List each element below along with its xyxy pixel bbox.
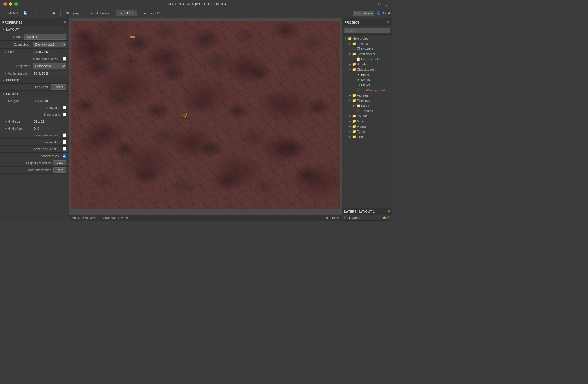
properties-panel: PROPERTIES ✕ ▼ LAYOUT Name Event sheet E…: [0, 18, 69, 221]
folder-icon: 📁: [352, 135, 356, 139]
editor-arrow-icon: ▼: [2, 92, 5, 95]
svg-point-6: [183, 115, 185, 117]
tree-item-timelines[interactable]: ▼ 📁 Timelines: [342, 98, 392, 103]
effects-button[interactable]: Effects: [51, 84, 66, 90]
player-sprite: [178, 109, 190, 121]
margins-expand-icon[interactable]: ▶: [5, 99, 7, 102]
tree-item-layout-1[interactable]: 🖼 Layout 1: [342, 46, 392, 51]
projection-select[interactable]: Perspective: [33, 63, 66, 69]
grid-offset-expand-icon[interactable]: ▶: [5, 127, 7, 130]
layout-canvas[interactable]: [71, 21, 340, 209]
vanishing-label: ▶ Vanishing point: [5, 72, 34, 75]
search-input[interactable]: [344, 28, 390, 33]
tree-item-object-types[interactable]: ▼ 📁 Object types: [342, 67, 392, 72]
more-icon[interactable]: ⋮: [385, 2, 389, 6]
view-properties-button[interactable]: View: [53, 160, 66, 165]
player-icon: ⬡: [356, 83, 360, 87]
titlebar-actions: ⚙ ⋮: [378, 2, 389, 6]
tree-item-player[interactable]: ⬡ Player: [342, 82, 392, 88]
tree-item-bullet[interactable]: • Bullet: [342, 72, 392, 77]
tab-layout-1[interactable]: Layout 1 ✕: [116, 10, 137, 16]
prop-margins-row: ▶ Margins 300 x 300: [0, 97, 69, 104]
size-expand-icon[interactable]: ▶: [5, 51, 7, 53]
snap-to-grid-checkbox[interactable]: [63, 113, 66, 116]
tab-close-icon[interactable]: ✕: [132, 11, 134, 15]
tab-start-page[interactable]: Start page: [63, 10, 83, 16]
tree-item-sounds[interactable]: ▶ 📁 Sounds: [342, 113, 392, 119]
grid-size-expand-icon[interactable]: ▶: [5, 120, 7, 123]
minimize-button[interactable]: [9, 2, 12, 6]
prop-vanishing-row: ▶ Vanishing point 50%, 50%: [0, 70, 69, 77]
save-button[interactable]: 💾: [21, 10, 30, 16]
folder-icon: 📁: [352, 119, 356, 123]
chevron-right-icon: ▶: [348, 63, 351, 66]
tree-item-new-project[interactable]: ▼ 📁 New project: [342, 36, 392, 41]
tree-item-event-sheet-1[interactable]: 📋 Event sheet 1: [342, 57, 392, 62]
eye-icon[interactable]: 👁: [387, 216, 390, 219]
tree-item-scripts[interactable]: ▶ 📁 Scripts: [342, 62, 392, 67]
tree-item-videos[interactable]: ▶ 📁 Videos: [342, 124, 392, 129]
lock-icon[interactable]: 🔒: [382, 216, 386, 219]
folder-icon: 📁: [352, 114, 356, 118]
folder-icon: 📁: [348, 36, 352, 40]
show-meshes-checkbox[interactable]: [63, 140, 66, 144]
project-search: [342, 26, 392, 35]
layout-section-header[interactable]: ▼ LAYOUT: [0, 26, 69, 33]
layers-close-icon[interactable]: ✕: [387, 209, 390, 213]
tree-item-music[interactable]: ▶ 📁 Music: [342, 119, 392, 124]
show-collision-checkbox[interactable]: [63, 133, 66, 137]
project-close-icon[interactable]: ✕: [387, 20, 390, 24]
tree-item-layouts[interactable]: ▼ 📁 Layouts: [342, 41, 392, 46]
close-button[interactable]: [3, 2, 7, 6]
user-icon: 👤: [376, 11, 380, 15]
undo-button[interactable]: ↩: [31, 10, 38, 16]
folder-icon: 📁: [352, 67, 356, 72]
tree-item-mouse[interactable]: 🖱 Mouse: [342, 77, 392, 82]
tab-example-browser[interactable]: Example browser: [84, 10, 115, 16]
folder-icon: 📁: [352, 93, 356, 97]
maximize-button[interactable]: [14, 2, 18, 6]
vanishing-expand-icon[interactable]: ▶: [5, 72, 7, 75]
small-object: [130, 36, 135, 38]
prop-show-hierarchy-row: Show hierarchy: [0, 153, 69, 159]
help-button[interactable]: Help: [53, 167, 66, 173]
free-edition-button[interactable]: Free edition: [353, 11, 374, 16]
folder-icon: 📁: [352, 62, 356, 66]
toolbar: ☰ MENU 💾 ↩ ↪ ▶ Start page Example browse…: [0, 8, 392, 18]
tree-item-eases[interactable]: ▶ 📁 Eases: [342, 103, 392, 108]
tree-item-icons[interactable]: ▶ 📁 Icons: [342, 134, 392, 139]
margins-label: ▶ Margins: [5, 99, 34, 103]
canvas-container[interactable]: [69, 18, 342, 215]
event-sheet-select[interactable]: Event sheet 1: [33, 42, 66, 47]
menu-button[interactable]: ☰ MENU: [2, 10, 20, 16]
effects-section-header[interactable]: ▼ EFFECTS: [0, 77, 69, 84]
prop-project-props-row: Project properties View: [0, 159, 69, 167]
chevron-down-icon: ▼: [348, 42, 351, 45]
editor-section-header[interactable]: ▼ EDITOR: [0, 91, 69, 97]
prop-more-info-row: More information Help: [0, 167, 69, 174]
toolbar-separator: [49, 10, 49, 16]
show-translucent-checkbox[interactable]: [63, 147, 66, 151]
name-input[interactable]: [24, 34, 66, 40]
tree-item-fonts[interactable]: ▶ 📁 Fonts: [342, 129, 392, 134]
prop-effects-row: Add / edit Effects: [0, 84, 69, 91]
tab-event-sheet-1[interactable]: Event sheet 1: [138, 10, 163, 16]
settings-icon[interactable]: ⚙: [378, 2, 382, 6]
tree-item-tiled-background[interactable]: ⬛ TiledBackground: [342, 88, 392, 93]
properties-close-icon[interactable]: ✕: [63, 20, 66, 24]
unbounded-scroll-checkbox[interactable]: [63, 57, 66, 61]
folder-icon: 📁: [352, 52, 356, 56]
event-sheet-icon: 📋: [356, 57, 360, 61]
tree-item-timeline-1[interactable]: ⏱ Timeline 1: [342, 108, 392, 113]
guest-button[interactable]: 👤 Guest: [376, 11, 390, 15]
layers-header: LAYERS - LAYOUT 1 ✕: [342, 208, 392, 215]
show-grid-checkbox[interactable]: [63, 106, 66, 109]
layer-row[interactable]: 0 Layer 0 🔒 👁: [342, 215, 392, 221]
tree-item-event-sheets[interactable]: ▼ 📁 Event sheets: [342, 51, 392, 57]
toolbar-separator-2: [60, 10, 61, 16]
tree-item-families[interactable]: ▶ 📁 Families: [342, 93, 392, 98]
show-hierarchy-checkbox[interactable]: [63, 154, 66, 158]
play-button[interactable]: ▶: [51, 10, 58, 16]
layer-name: Layer 0: [349, 216, 360, 219]
redo-button[interactable]: ↪: [39, 10, 46, 16]
